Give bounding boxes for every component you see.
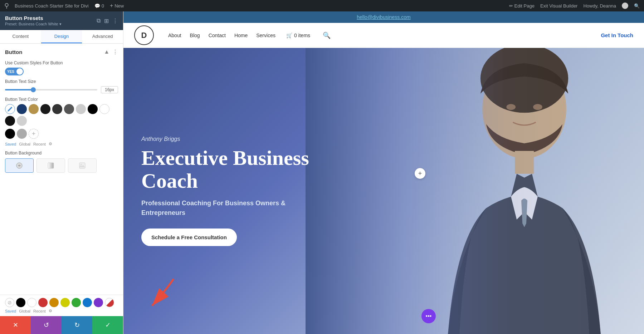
exit-visual-builder-link[interactable]: Exit Visual Builder: [540, 3, 578, 9]
hero-title: Executive Business Coach: [141, 147, 366, 192]
text-size-value[interactable]: 16px: [101, 86, 118, 93]
nav-cart[interactable]: 🛒 0 items: [286, 33, 310, 38]
panel-title: Button Presets: [5, 15, 62, 21]
panel-header: Button Presets Preset: Business Coach Wh…: [0, 11, 123, 30]
section-icons: ▲ ⋮: [104, 49, 118, 55]
redo-button[interactable]: ↻: [62, 316, 92, 334]
search-icon[interactable]: 🔍: [323, 31, 331, 39]
undo-button[interactable]: ↺: [31, 316, 62, 334]
swatches-label-row: Saved Global Recent ⚙: [5, 142, 118, 146]
color-settings-icon[interactable]: ⚙: [49, 142, 52, 146]
color-swatch-navy[interactable]: [17, 104, 27, 114]
left-panel: Button Presets Preset: Business Coach Wh…: [0, 11, 123, 334]
text-color-label: Button Text Color: [5, 97, 118, 102]
hero-cta-button[interactable]: Schedule a Free Consultation: [141, 229, 237, 246]
dropdown-arrow-icon[interactable]: ▾: [59, 22, 62, 26]
more-options-icon[interactable]: ⋮: [112, 18, 118, 24]
close-button[interactable]: ✕: [0, 316, 31, 334]
nav-cta[interactable]: Get In Touch: [601, 32, 633, 38]
recent-label[interactable]: Recent: [33, 142, 46, 146]
bottom-swatch-white[interactable]: [27, 298, 36, 307]
bottom-swatch-red[interactable]: [38, 298, 48, 307]
hero-subtitle: Anthony Briggs: [141, 136, 366, 142]
collapse-icon[interactable]: ▲: [104, 49, 109, 55]
slider-thumb[interactable]: [31, 87, 36, 92]
site-name[interactable]: Business Coach Starter Site for Divi: [15, 3, 89, 9]
bottom-swatch-black[interactable]: [16, 298, 25, 307]
bottom-swatch-orange[interactable]: [49, 298, 59, 307]
bg-image-option[interactable]: [68, 158, 97, 173]
columns-icon[interactable]: ⊞: [104, 18, 109, 24]
hero-section: Anthony Briggs Executive Business Coach …: [123, 48, 644, 334]
hero-description: Professional Coaching For Business Owner…: [141, 198, 366, 218]
bg-color-option[interactable]: [5, 158, 34, 173]
color-swatch-black3[interactable]: [5, 129, 15, 139]
saved-label[interactable]: Saved: [5, 142, 16, 146]
site-logo[interactable]: D: [134, 25, 154, 45]
main-layout: Button Presets Preset: Business Coach Wh…: [0, 11, 644, 334]
section-title: Button: [5, 49, 22, 55]
add-color-button[interactable]: +: [29, 129, 39, 139]
edit-page-link[interactable]: ✏ Edit Page: [509, 3, 535, 9]
add-module-button[interactable]: +: [415, 168, 425, 179]
global-label[interactable]: Global: [19, 142, 30, 146]
bottom-swatch-green[interactable]: [72, 298, 81, 307]
save-button[interactable]: ✓: [92, 316, 123, 334]
howdy-label: Howdy, Deanna: [583, 3, 616, 9]
bottom-color-settings-icon[interactable]: ⚙: [49, 309, 52, 313]
copy-icon[interactable]: ⧉: [97, 18, 101, 24]
color-swatch-gold[interactable]: [29, 104, 39, 114]
custom-styles-toggle[interactable]: YES: [5, 68, 24, 75]
bottom-saved-label[interactable]: Saved: [5, 309, 16, 313]
comments-link[interactable]: 💬 0: [94, 3, 104, 9]
svg-rect-1: [48, 163, 54, 168]
tab-design[interactable]: Design: [41, 30, 82, 43]
color-swatch-black2[interactable]: [5, 116, 15, 126]
panel-header-icons: ⧉ ⊞ ⋮: [97, 18, 118, 24]
nav-contact[interactable]: Contact: [209, 33, 226, 38]
bottom-recent-label[interactable]: Recent: [33, 309, 46, 313]
bottom-global-label[interactable]: Global: [19, 309, 30, 313]
bottom-swatch-diagonal[interactable]: [105, 298, 114, 307]
text-size-label: Button Text Size: [5, 79, 118, 84]
color-swatch-dark2[interactable]: [52, 104, 62, 114]
search-icon[interactable]: 🔍: [634, 3, 640, 9]
color-swatch-dark1[interactable]: [40, 104, 50, 114]
custom-styles-label: Use Custom Styles For Button: [5, 60, 118, 65]
nav-services[interactable]: Services: [256, 33, 275, 38]
wp-admin-bar: ⚲ Business Coach Starter Site for Divi 💬…: [0, 0, 644, 11]
nav-links: About Blog Contact Home Services: [168, 33, 275, 38]
color-swatch-white[interactable]: [99, 104, 109, 114]
bottom-swatch-purple[interactable]: [94, 298, 103, 307]
bottom-swatch-yellow[interactable]: [60, 298, 70, 307]
toggle-yes-label: YES: [5, 70, 14, 74]
bottom-swatch-transparent[interactable]: ⊘: [5, 298, 14, 307]
bottom-swatch-blue[interactable]: [83, 298, 92, 307]
email-link[interactable]: hello@divibusiness.com: [357, 14, 410, 20]
bg-options: [5, 158, 118, 173]
text-size-slider-row: 16px: [5, 86, 118, 93]
text-size-slider-track[interactable]: [5, 89, 97, 90]
color-swatch-light[interactable]: [76, 104, 86, 114]
wp-logo-icon[interactable]: ⚲: [4, 2, 9, 10]
tab-advanced[interactable]: Advanced: [82, 30, 123, 43]
color-swatch-black1[interactable]: [88, 104, 98, 114]
nav-blog[interactable]: Blog: [190, 33, 200, 38]
bottom-label-row: Saved Global Recent ⚙: [5, 309, 118, 313]
tab-content[interactable]: Content: [0, 30, 41, 43]
color-swatch-pencil[interactable]: [5, 104, 15, 114]
color-swatch-mid-gray[interactable]: [17, 129, 27, 139]
bottom-swatches: ⊘: [5, 298, 118, 307]
undo-icon: ↺: [44, 321, 49, 329]
email-bar: hello@divibusiness.com: [123, 11, 644, 23]
bg-gradient-option[interactable]: [36, 158, 65, 173]
section-options-button[interactable]: •••: [421, 309, 436, 323]
color-swatch-dark3[interactable]: [64, 104, 74, 114]
nav-about[interactable]: About: [168, 33, 181, 38]
new-button[interactable]: + New: [110, 3, 124, 9]
nav-home[interactable]: Home: [234, 33, 248, 38]
plus-icon: +: [110, 3, 113, 9]
section-more-icon[interactable]: ⋮: [112, 49, 118, 55]
color-swatch-gray[interactable]: [17, 116, 27, 126]
admin-bar-right: ✏ Edit Page Exit Visual Builder Howdy, D…: [509, 3, 640, 9]
